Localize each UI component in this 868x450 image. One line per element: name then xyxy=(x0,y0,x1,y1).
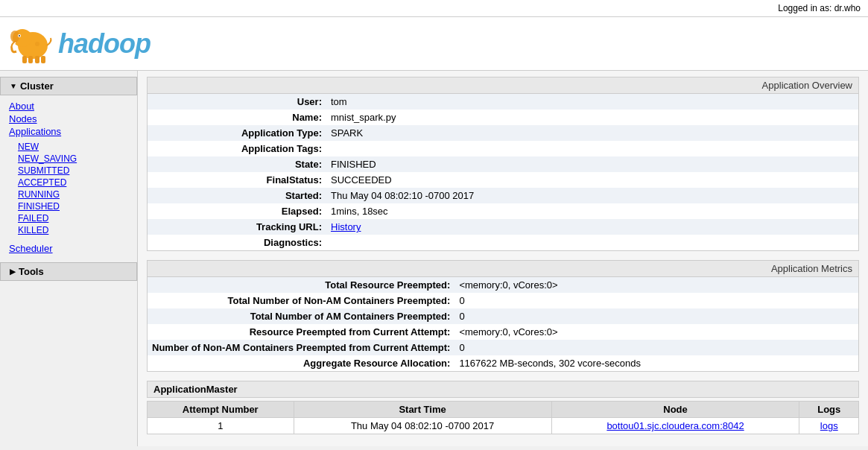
value-app-type: SPARK xyxy=(326,125,858,141)
sidebar-item-running[interactable]: RUNNING xyxy=(18,188,119,200)
app-master-table: Attempt Number Start Time Node Logs 1 Th… xyxy=(147,401,859,434)
value-elapsed: 1mins, 18sec xyxy=(326,203,858,219)
logged-in-text: Logged in as: dr.who xyxy=(778,3,861,13)
value-name: mnist_spark.py xyxy=(326,110,858,125)
table-row: Application Type: SPARK xyxy=(148,125,858,141)
table-row: Diagnostics: xyxy=(148,235,858,250)
value-non-am-current: 0 xyxy=(454,340,858,355)
app-metrics-title: Application Metrics xyxy=(771,263,852,274)
col-node: Node xyxy=(551,402,799,418)
cluster-triangle-icon: ▼ xyxy=(10,82,17,90)
cell-node: bottou01.sjc.cloudera.com:8042 xyxy=(551,418,799,434)
tools-triangle-icon: ▶ xyxy=(10,267,16,276)
label-diagnostics: Diagnostics: xyxy=(148,235,326,250)
sidebar: ▼ Cluster About Nodes Applications NEW N… xyxy=(0,71,138,446)
table-header-row: Attempt Number Start Time Node Logs xyxy=(148,402,859,418)
cell-start-time: Thu May 04 08:02:10 -0700 2017 xyxy=(294,418,551,434)
cell-logs: logs xyxy=(799,418,859,434)
sidebar-item-new[interactable]: NEW xyxy=(18,141,119,153)
table-row: Total Resource Preempted: <memory:0, vCo… xyxy=(148,277,858,293)
sidebar-item-accepted[interactable]: ACCEPTED xyxy=(18,177,119,188)
hadoop-logo-text: hadoop xyxy=(58,28,151,60)
history-link[interactable]: History xyxy=(331,221,361,232)
value-final-status: SUCCEEDED xyxy=(326,172,858,188)
table-row: Started: Thu May 04 08:02:10 -0700 2017 xyxy=(148,188,858,203)
label-non-am-preempted: Total Number of Non-AM Containers Preemp… xyxy=(148,293,454,308)
sidebar-item-finished[interactable]: FINISHED xyxy=(18,200,119,212)
logs-link[interactable]: logs xyxy=(820,420,838,431)
cluster-section-header[interactable]: ▼ Cluster xyxy=(0,77,137,95)
sidebar-item-submitted[interactable]: SUBMITTED xyxy=(18,165,119,177)
cell-attempt-number: 1 xyxy=(148,418,294,434)
label-user: User: xyxy=(148,94,326,110)
app-master-title: ApplicationMaster xyxy=(147,381,859,398)
label-tracking-url: Tracking URL: xyxy=(148,219,326,235)
app-overview-title: Application Overview xyxy=(762,80,852,91)
app-master-title-text: ApplicationMaster xyxy=(153,384,238,395)
table-row: Application Tags: xyxy=(148,141,858,156)
node-link[interactable]: bottou01.sjc.cloudera.com:8042 xyxy=(606,420,744,431)
label-started: Started: xyxy=(148,188,326,203)
value-diagnostics xyxy=(326,235,858,250)
label-aggregate-resource: Aggregate Resource Allocation: xyxy=(148,355,454,371)
sidebar-item-killed[interactable]: KILLED xyxy=(18,224,119,236)
sidebar-item-applications[interactable]: Applications xyxy=(9,125,128,138)
logo: hadoop xyxy=(9,23,859,64)
table-row: Resource Preempted from Current Attempt:… xyxy=(148,324,858,340)
sidebar-item-scheduler[interactable]: Scheduler xyxy=(9,242,128,255)
table-row: Name: mnist_spark.py xyxy=(148,110,858,125)
app-master-section: ApplicationMaster Attempt Number Start T… xyxy=(147,381,859,434)
label-state: State: xyxy=(148,156,326,172)
content-area: Application Overview User: tom Name: mni… xyxy=(138,71,868,446)
value-started: Thu May 04 08:02:10 -0700 2017 xyxy=(326,188,858,203)
tools-section-header[interactable]: ▶ Tools xyxy=(0,262,137,281)
app-metrics-table: Total Resource Preempted: <memory:0, vCo… xyxy=(148,277,858,371)
cluster-label: Cluster xyxy=(20,80,54,92)
top-bar: Logged in as: dr.who xyxy=(0,0,868,17)
svg-rect-5 xyxy=(22,56,27,63)
label-non-am-current: Number of Non-AM Containers Preempted fr… xyxy=(148,340,454,355)
table-row: 1 Thu May 04 08:02:10 -0700 2017 bottou0… xyxy=(148,418,859,434)
sidebar-item-about[interactable]: About xyxy=(9,100,128,112)
label-am-preempted: Total Number of AM Containers Preempted: xyxy=(148,308,454,324)
svg-point-4 xyxy=(19,35,20,37)
sidebar-app-sublinks: NEW NEW_SAVING SUBMITTED ACCEPTED RUNNIN… xyxy=(0,139,137,238)
tools-section: ▶ Tools xyxy=(0,262,137,281)
col-start-time: Start Time xyxy=(294,402,551,418)
table-row: State: FINISHED xyxy=(148,156,858,172)
sidebar-scheduler-link: Scheduler xyxy=(0,241,137,256)
svg-point-9 xyxy=(35,42,39,46)
sidebar-item-failed[interactable]: FAILED xyxy=(18,212,119,224)
app-overview-section: Application Overview User: tom Name: mni… xyxy=(147,77,859,251)
table-row: Total Number of Non-AM Containers Preemp… xyxy=(148,293,858,308)
value-total-resource-preempted: <memory:0, vCores:0> xyxy=(454,277,858,293)
hadoop-elephant-icon xyxy=(9,23,54,64)
value-state: FINISHED xyxy=(326,156,858,172)
svg-rect-8 xyxy=(41,56,45,63)
svg-rect-7 xyxy=(35,56,39,63)
tools-label: Tools xyxy=(19,266,44,277)
table-row: User: tom xyxy=(148,94,858,110)
sidebar-item-new-saving[interactable]: NEW_SAVING xyxy=(18,153,119,165)
app-overview-table: User: tom Name: mnist_spark.py Applicati… xyxy=(148,94,858,250)
col-logs: Logs xyxy=(799,402,859,418)
label-app-type: Application Type: xyxy=(148,125,326,141)
label-app-tags: Application Tags: xyxy=(148,141,326,156)
label-final-status: FinalStatus: xyxy=(148,172,326,188)
table-row: FinalStatus: SUCCEEDED xyxy=(148,172,858,188)
sidebar-top-links: About Nodes Applications xyxy=(0,98,137,139)
label-resource-preempted-current: Resource Preempted from Current Attempt: xyxy=(148,324,454,340)
label-elapsed: Elapsed: xyxy=(148,203,326,219)
header: hadoop xyxy=(0,17,868,71)
svg-rect-6 xyxy=(28,56,33,63)
sidebar-item-nodes[interactable]: Nodes xyxy=(9,112,128,125)
main-layout: ▼ Cluster About Nodes Applications NEW N… xyxy=(0,71,868,446)
value-user: tom xyxy=(326,94,858,110)
value-am-preempted: 0 xyxy=(454,308,858,324)
col-attempt-number: Attempt Number xyxy=(148,402,294,418)
label-total-resource-preempted: Total Resource Preempted: xyxy=(148,277,454,293)
table-row: Number of Non-AM Containers Preempted fr… xyxy=(148,340,858,355)
table-row: Elapsed: 1mins, 18sec xyxy=(148,203,858,219)
label-name: Name: xyxy=(148,110,326,125)
table-row: Aggregate Resource Allocation: 1167622 M… xyxy=(148,355,858,371)
